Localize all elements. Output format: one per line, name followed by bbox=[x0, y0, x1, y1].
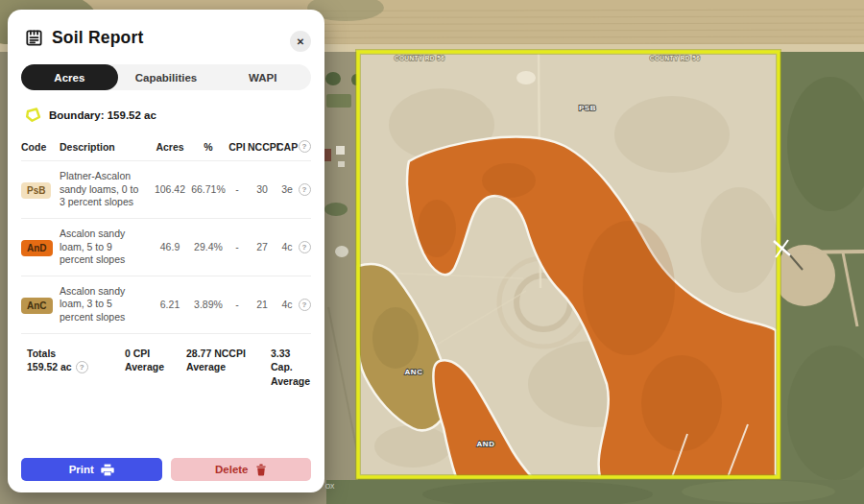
col-header-code: Code bbox=[21, 141, 60, 153]
soil-label-anc: ANC bbox=[405, 368, 423, 376]
table-row: AnD Ascalon sandy loam, 5 to 9 percent s… bbox=[21, 218, 311, 276]
totals-cpi: 0 CPI Average bbox=[125, 347, 186, 389]
pad-road-h bbox=[782, 252, 864, 252]
soil-cap: 4c bbox=[276, 241, 298, 252]
totals-label: Totals bbox=[27, 347, 125, 361]
soil-code-badge: AnD bbox=[21, 240, 53, 256]
totals-cap: 3.33 Cap. Average bbox=[271, 347, 311, 389]
soil-code-badge: PsB bbox=[21, 182, 51, 199]
soil-table: Code Description Acres % CPI NCCPI CAP ?… bbox=[21, 134, 311, 333]
soil-report-panel: Soil Report ✕ Acres Capabilities WAPI Bo… bbox=[8, 10, 324, 492]
page-title: Soil Report bbox=[52, 28, 144, 48]
totals-help-icon[interactable]: ? bbox=[76, 361, 88, 373]
totals-cpi-label: Average bbox=[125, 360, 186, 374]
tab-wapi[interactable]: WAPI bbox=[214, 64, 311, 90]
totals-row: Totals 159.52 ac ? 0 CPI Average 28.77 N… bbox=[21, 333, 311, 389]
soil-nccpi: 21 bbox=[248, 299, 276, 310]
boundary-polygon-icon bbox=[25, 107, 41, 123]
map-attribution: OX bbox=[325, 483, 335, 490]
print-button[interactable]: Print bbox=[21, 458, 162, 481]
close-button[interactable]: ✕ bbox=[290, 31, 311, 52]
printer-icon bbox=[101, 464, 114, 476]
field-spot bbox=[516, 71, 536, 84]
bottom-blotch2 bbox=[682, 480, 835, 503]
anc-texture bbox=[372, 307, 419, 369]
tab-capabilities[interactable]: Capabilities bbox=[118, 64, 215, 90]
totals-acres-value: 159.52 ac bbox=[27, 360, 72, 374]
col-header-description: Description bbox=[60, 141, 150, 153]
soil-pct: 29.4% bbox=[190, 241, 227, 252]
totals-cap-label: Average bbox=[271, 374, 311, 389]
totals-nccpi-value: 28.77 NCCPI bbox=[186, 347, 271, 361]
report-tabs: Acres Capabilities WAPI bbox=[21, 64, 311, 90]
report-icon bbox=[25, 29, 43, 47]
soil-cpi: - bbox=[227, 241, 248, 252]
table-help-icon[interactable]: ? bbox=[299, 140, 311, 153]
col-header-cpi: CPI bbox=[227, 141, 248, 153]
panel-header: Soil Report ✕ bbox=[8, 10, 324, 48]
soil-nccpi: 27 bbox=[248, 241, 276, 252]
boundary-summary: Boundary: 159.52 ac bbox=[25, 107, 324, 123]
soil-label-and: AND bbox=[477, 440, 495, 448]
soil-pct: 66.71% bbox=[190, 183, 227, 195]
soil-nccpi: 30 bbox=[248, 183, 276, 195]
soil-description: Ascalon sandy loam, 5 to 9 percent slope… bbox=[60, 228, 150, 267]
totals-nccpi-label: Average bbox=[186, 360, 271, 374]
soil-cpi: - bbox=[227, 183, 248, 195]
soil-code-badge: AnC bbox=[21, 298, 53, 314]
row-help-icon[interactable]: ? bbox=[299, 299, 311, 311]
print-button-label: Print bbox=[69, 464, 94, 475]
soil-cpi: - bbox=[227, 299, 248, 310]
boundary-acreage-label: Boundary: 159.52 ac bbox=[49, 109, 156, 121]
trash-icon bbox=[255, 464, 267, 476]
action-buttons: Print Delete bbox=[21, 458, 311, 481]
soil-label-psb: PSB bbox=[579, 104, 596, 112]
totals-cpi-value: 0 CPI bbox=[125, 347, 186, 361]
table-row: AnC Ascalon sandy loam, 3 to 5 percent s… bbox=[21, 276, 311, 333]
soil-cap: 3e bbox=[276, 183, 298, 195]
table-header-row: Code Description Acres % CPI NCCPI CAP ? bbox=[21, 134, 311, 160]
col-header-nccpi: NCCPI bbox=[248, 141, 276, 153]
totals-nccpi: 28.77 NCCPI Average bbox=[186, 347, 271, 389]
row-help-icon[interactable]: ? bbox=[299, 183, 311, 196]
totals-cap-value: 3.33 Cap. bbox=[271, 347, 311, 374]
soil-acres: 106.42 bbox=[150, 183, 190, 195]
col-header-acres: Acres bbox=[150, 141, 190, 153]
soil-cap: 4c bbox=[276, 299, 298, 310]
row-help-icon[interactable]: ? bbox=[299, 241, 311, 253]
road-label-right: COUNTY RD 56 bbox=[650, 55, 700, 61]
soil-acres: 46.9 bbox=[150, 241, 190, 252]
soil-description: Platner-Ascalon sandy loams, 0 to 3 perc… bbox=[60, 170, 150, 209]
soil-description: Ascalon sandy loam, 3 to 5 percent slope… bbox=[60, 285, 150, 324]
totals-acres: Totals 159.52 ac ? bbox=[27, 347, 125, 389]
table-row: PsB Platner-Ascalon sandy loams, 0 to 3 … bbox=[21, 160, 311, 218]
col-header-cap: CAP bbox=[276, 141, 298, 153]
app-screen: PSB ANC AND COUNTY RD 56 COUNTY RD 56 OX… bbox=[0, 0, 864, 504]
delete-button-label: Delete bbox=[215, 464, 249, 475]
tab-acres[interactable]: Acres bbox=[21, 64, 118, 90]
col-header-pct: % bbox=[190, 141, 227, 153]
road-label-left: COUNTY RD 56 bbox=[395, 55, 444, 61]
delete-button[interactable]: Delete bbox=[171, 458, 312, 481]
soil-acres: 6.21 bbox=[150, 299, 190, 310]
soil-pct: 3.89% bbox=[190, 299, 227, 310]
